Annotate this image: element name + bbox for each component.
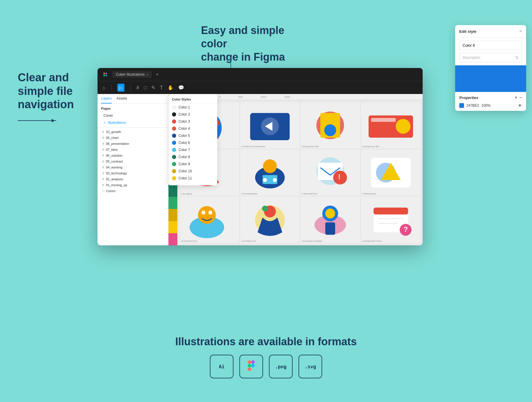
layer-08-presentation[interactable]: # 08_presentation	[98, 141, 168, 147]
illus-cell-3[interactable]: Coming-Soon-Site	[301, 102, 360, 148]
layer-hash-icon-9: #	[102, 177, 104, 181]
svg-point-35	[262, 206, 268, 212]
illus-cell-12[interactable]: ? 14-Empty-Not-Found	[361, 197, 421, 243]
illus-label-8: 4-Maintenance	[362, 193, 376, 195]
illus-cell-7[interactable]: ! 6-Technical-Error	[301, 150, 360, 196]
layer-square-icon: □	[102, 189, 104, 193]
svg-rect-2	[103, 75, 105, 76]
illus-label-4: Coming-Soon-400	[362, 145, 379, 147]
color-style-3[interactable]: Color 3	[168, 118, 217, 125]
color-style-8[interactable]: Color 8	[168, 153, 217, 161]
rect-tool-icon[interactable]: □	[144, 85, 147, 90]
color-preview-swatch[interactable]	[455, 65, 526, 92]
property-eye-icon[interactable]: 👁	[518, 103, 522, 108]
layer-name-1: 10_growth	[106, 130, 121, 134]
edit-style-name-input[interactable]	[459, 41, 522, 50]
illus-cell-9[interactable]: 10-Payment-Error	[180, 197, 239, 243]
property-opacity-value: 100%	[481, 103, 491, 108]
page-cover[interactable]: Cover	[98, 112, 168, 119]
illus-label-6: 7-No-Notifications	[241, 193, 258, 195]
color-label-4: Color 4	[179, 127, 190, 131]
color-dot-5	[172, 134, 176, 138]
top-heading: Easy and simple colorchange in Figma	[201, 24, 313, 64]
layer-09-chart[interactable]: # 09_chart	[98, 135, 168, 141]
layer-05-contract[interactable]: # 05_contract	[98, 158, 168, 164]
illus-cell-2[interactable]: 2-Problem-No-Connection	[240, 102, 300, 148]
properties-minus-button[interactable]: −	[519, 95, 522, 100]
illus-cell-11[interactable]: 13-Success-Complete	[301, 197, 360, 243]
svg-point-32	[208, 210, 212, 214]
illus-svg-3	[301, 102, 360, 148]
description-arrow-icon: ⇅	[515, 55, 519, 60]
format-badge-svg[interactable]: .svg	[299, 355, 322, 378]
layer-02-analysis[interactable]: # 02_analysis	[98, 176, 168, 182]
layer-04-working[interactable]: # 04_working	[98, 164, 168, 170]
pen-tool-icon[interactable]: ✎	[151, 85, 155, 90]
hand-tool-icon[interactable]: ✋	[168, 85, 173, 90]
color-label-9: Color 9	[179, 162, 190, 166]
layer-06-solution[interactable]: # 06_solution	[98, 153, 168, 158]
layer-03-technology[interactable]: # 03_technology	[98, 170, 168, 176]
format-ai-label: Ai	[219, 364, 224, 369]
select-tool-icon[interactable]: ▷	[117, 84, 124, 92]
pages-section-title: Pages	[98, 104, 168, 112]
color-style-9[interactable]: Color 9	[168, 161, 217, 168]
color-style-5[interactable]: Color 5	[168, 132, 217, 139]
comment-tool-icon[interactable]: 💬	[178, 85, 184, 90]
svg-rect-41	[373, 208, 408, 214]
edit-style-description-field[interactable]: Description ⇅	[459, 53, 522, 62]
frame-tool-icon[interactable]: #	[137, 85, 139, 90]
left-navigation-section: Clear and simple file navigation	[18, 71, 83, 121]
svg-text:!: !	[338, 173, 340, 181]
figma-tab[interactable]: Cuterr Illustrations ×	[112, 71, 152, 78]
home-icon[interactable]: ⌂	[102, 85, 105, 90]
figma-titlebar: Cuterr Illustrations × +	[98, 68, 423, 81]
text-tool-icon[interactable]: T	[160, 85, 163, 90]
color-dot-8	[172, 155, 176, 159]
illus-cell-8[interactable]: 4-Maintenance	[361, 150, 421, 196]
color-dot-10	[172, 169, 176, 173]
description-placeholder: Description	[463, 56, 480, 60]
edit-style-close-button[interactable]: ×	[519, 29, 522, 34]
figma-body: Layers Assets Pages Cover ✓ Illustration…	[98, 94, 423, 245]
layer-07-idea[interactable]: # 07_idea	[98, 147, 168, 153]
color-style-11[interactable]: Color 11	[168, 175, 217, 182]
arrow-line	[18, 120, 56, 121]
figma-layers-sidebar: Layers Assets Pages Cover ✓ Illustration…	[98, 94, 168, 245]
toolbar-divider-2	[130, 85, 131, 91]
layer-hash-icon-1: #	[102, 130, 104, 134]
format-badge-figma[interactable]	[239, 355, 263, 378]
svg-rect-0	[103, 73, 105, 74]
color-style-10[interactable]: Color 10	[168, 168, 217, 175]
color-style-4[interactable]: Color 4	[168, 125, 217, 132]
format-figma-icon	[246, 360, 257, 374]
format-badge-png[interactable]: .png	[269, 355, 293, 378]
layer-01-moving-up[interactable]: # 01_moving_up	[98, 182, 168, 188]
color-style-6[interactable]: Color 6	[168, 139, 217, 146]
color-dot-6	[172, 141, 176, 145]
figma-window: Cuterr Illustrations × + ⌂ ▷ # □ ✎ T ✋ 💬…	[98, 68, 423, 245]
color-style-7[interactable]: Color 7	[168, 146, 217, 153]
tab-add-icon[interactable]: +	[156, 72, 158, 77]
tab-close-icon[interactable]: ×	[146, 73, 148, 76]
layer-colors[interactable]: □ Colors	[98, 188, 168, 194]
color-style-2[interactable]: Color 2	[168, 111, 217, 118]
layer-10-growth[interactable]: # 10_growth	[98, 129, 168, 135]
color-label-2: Color 2	[179, 112, 190, 116]
tab-layers[interactable]: Layers	[101, 96, 112, 103]
property-color-swatch[interactable]	[459, 103, 464, 108]
svg-point-31	[202, 210, 205, 214]
tab-assets[interactable]: Assets	[116, 96, 127, 103]
illus-cell-10[interactable]: 12-Invitation-Ok	[240, 197, 300, 243]
illus-cell-6[interactable]: 7-No-Notifications	[240, 150, 300, 196]
svg-point-38	[325, 209, 335, 218]
color-label-11: Color 11	[179, 176, 192, 180]
color-style-1[interactable]: Color 1	[168, 104, 217, 111]
properties-add-button[interactable]: +	[515, 95, 517, 100]
layer-name-8: 03_technology	[106, 171, 127, 175]
format-badge-ai[interactable]: Ai	[210, 355, 233, 378]
illus-cell-4[interactable]: Coming-Soon-400	[361, 102, 421, 148]
page-illustrations[interactable]: ✓ Illustrations	[98, 119, 168, 126]
color-dot-3	[172, 119, 176, 124]
illus-label-7: 6-Technical-Error	[302, 193, 317, 195]
